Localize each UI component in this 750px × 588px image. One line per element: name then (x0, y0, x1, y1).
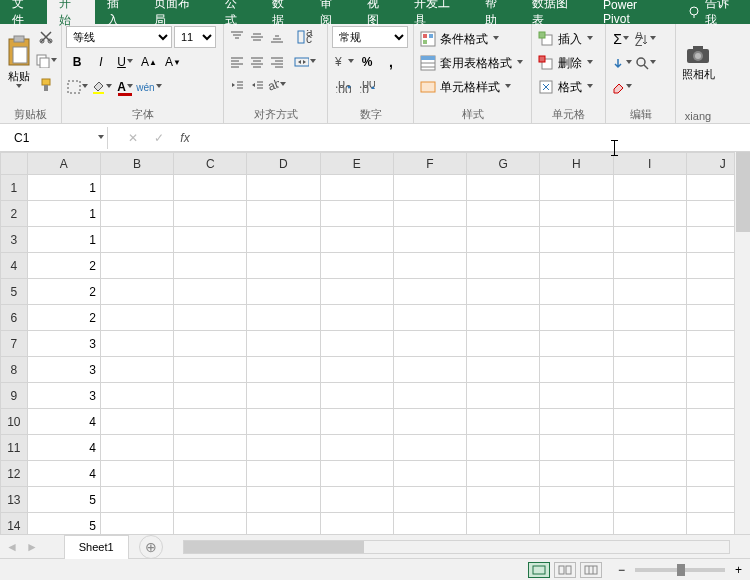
cell-H10[interactable] (540, 409, 613, 435)
cell-B7[interactable] (100, 331, 173, 357)
cell-D4[interactable] (247, 253, 320, 279)
cell-I5[interactable] (613, 279, 686, 305)
align-center-button[interactable] (248, 53, 266, 71)
cell-I7[interactable] (613, 331, 686, 357)
row-header-9[interactable]: 9 (1, 383, 28, 409)
cell-D5[interactable] (247, 279, 320, 305)
cell-G2[interactable] (467, 201, 540, 227)
cell-B9[interactable] (100, 383, 173, 409)
row-header-1[interactable]: 1 (1, 175, 28, 201)
row-header-8[interactable]: 8 (1, 357, 28, 383)
cell-A11[interactable]: 4 (27, 435, 100, 461)
cell-D2[interactable] (247, 201, 320, 227)
row-header-7[interactable]: 7 (1, 331, 28, 357)
cell-C10[interactable] (174, 409, 247, 435)
row-header-4[interactable]: 4 (1, 253, 28, 279)
cell-D12[interactable] (247, 461, 320, 487)
cell-H7[interactable] (540, 331, 613, 357)
row-header-12[interactable]: 12 (1, 461, 28, 487)
cell-B3[interactable] (100, 227, 173, 253)
cell-E2[interactable] (320, 201, 393, 227)
cell-I6[interactable] (613, 305, 686, 331)
copy-button[interactable] (35, 50, 57, 72)
align-left-button[interactable] (228, 53, 246, 71)
cell-C4[interactable] (174, 253, 247, 279)
col-header-C[interactable]: C (174, 153, 247, 175)
cell-B13[interactable] (100, 487, 173, 513)
cell-D13[interactable] (247, 487, 320, 513)
align-top-button[interactable] (228, 28, 246, 46)
cell-D10[interactable] (247, 409, 320, 435)
menu-tab-6[interactable]: 审阅 (308, 0, 355, 24)
insert-cells-button[interactable]: 插入 (536, 28, 595, 50)
page-break-view-button[interactable] (580, 562, 602, 578)
cell-C1[interactable] (174, 175, 247, 201)
col-header-B[interactable]: B (100, 153, 173, 175)
col-header-G[interactable]: G (467, 153, 540, 175)
cell-D1[interactable] (247, 175, 320, 201)
slider-thumb[interactable] (677, 564, 685, 576)
row-header-6[interactable]: 6 (1, 305, 28, 331)
cell-H11[interactable] (540, 435, 613, 461)
cell-A13[interactable]: 5 (27, 487, 100, 513)
cell-C8[interactable] (174, 357, 247, 383)
col-header-I[interactable]: I (613, 153, 686, 175)
page-layout-view-button[interactable] (554, 562, 576, 578)
cell-H5[interactable] (540, 279, 613, 305)
select-all-cell[interactable] (1, 153, 28, 175)
cell-D9[interactable] (247, 383, 320, 409)
cell-F12[interactable] (393, 461, 466, 487)
cell-E4[interactable] (320, 253, 393, 279)
clear-button[interactable] (610, 76, 632, 98)
cell-styles-button[interactable]: 单元格样式 (418, 76, 513, 98)
name-box-dropdown[interactable] (94, 127, 108, 149)
format-painter-button[interactable] (35, 74, 57, 96)
cell-D14[interactable] (247, 513, 320, 535)
row-header-14[interactable]: 14 (1, 513, 28, 535)
cell-I14[interactable] (613, 513, 686, 535)
tell-me[interactable]: 告诉我 (677, 0, 750, 24)
cell-D8[interactable] (247, 357, 320, 383)
cell-C3[interactable] (174, 227, 247, 253)
paste-button[interactable]: 粘贴 (4, 26, 33, 98)
cell-F9[interactable] (393, 383, 466, 409)
accounting-button[interactable]: ¥ (332, 51, 354, 73)
cell-D7[interactable] (247, 331, 320, 357)
cell-B5[interactable] (100, 279, 173, 305)
cell-G5[interactable] (467, 279, 540, 305)
align-right-button[interactable] (268, 53, 286, 71)
cell-A7[interactable]: 3 (27, 331, 100, 357)
sort-filter-button[interactable]: AZ (634, 28, 656, 50)
decrease-indent-button[interactable] (228, 76, 246, 94)
cell-I8[interactable] (613, 357, 686, 383)
spreadsheet-grid[interactable]: ABCDEFGHIJ112131425262738393104114124135… (0, 152, 750, 534)
sheet-nav[interactable]: ◄► (0, 540, 44, 554)
format-cells-button[interactable]: 格式 (536, 76, 595, 98)
menu-tab-4[interactable]: 公式 (213, 0, 260, 24)
border-button[interactable] (66, 76, 88, 98)
cell-G1[interactable] (467, 175, 540, 201)
cell-E6[interactable] (320, 305, 393, 331)
cell-A8[interactable]: 3 (27, 357, 100, 383)
row-header-2[interactable]: 2 (1, 201, 28, 227)
row-header-3[interactable]: 3 (1, 227, 28, 253)
cell-A3[interactable]: 1 (27, 227, 100, 253)
cell-F5[interactable] (393, 279, 466, 305)
cell-F4[interactable] (393, 253, 466, 279)
scrollbar-thumb[interactable] (736, 152, 750, 232)
cell-C11[interactable] (174, 435, 247, 461)
comma-button[interactable]: , (380, 51, 402, 73)
decrease-font-button[interactable]: A▼ (162, 51, 184, 73)
cell-I10[interactable] (613, 409, 686, 435)
bold-button[interactable]: B (66, 51, 88, 73)
cell-F14[interactable] (393, 513, 466, 535)
decrease-decimal-button[interactable]: .00.0 (356, 76, 378, 98)
cell-I9[interactable] (613, 383, 686, 409)
cell-E13[interactable] (320, 487, 393, 513)
cell-B10[interactable] (100, 409, 173, 435)
cell-G4[interactable] (467, 253, 540, 279)
horizontal-scrollbar[interactable] (183, 540, 730, 554)
row-header-10[interactable]: 10 (1, 409, 28, 435)
percent-button[interactable]: % (356, 51, 378, 73)
menu-tab-8[interactable]: 开发工具 (402, 0, 473, 24)
